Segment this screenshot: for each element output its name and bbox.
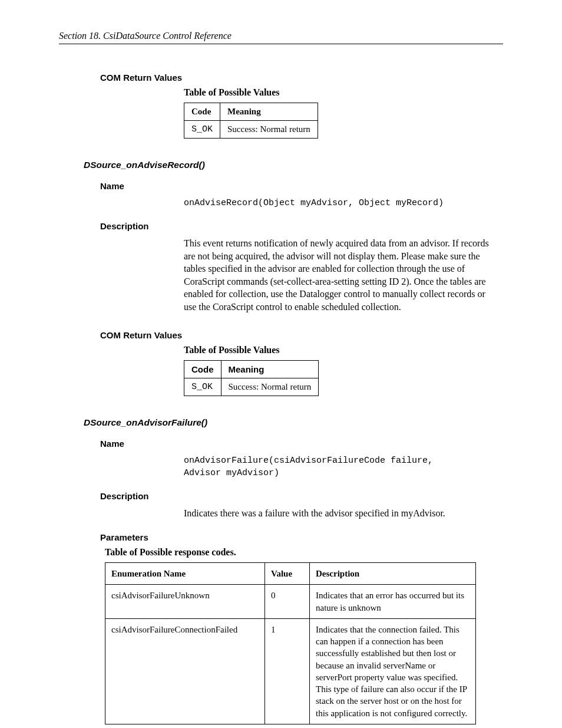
- table-row: csiAdvisorFailureUnknown 0 Indicates tha…: [105, 585, 476, 619]
- signature-onadviserecord: onAdviseRecord(Object myAdvisor, Object …: [184, 197, 503, 209]
- cell-meaning: Success: Normal return: [221, 378, 319, 396]
- cell-code: S_OK: [184, 378, 222, 396]
- heading-event-onadvisorfailure: DSource_onAdvisorFailure(): [84, 417, 503, 428]
- th-meaning: Meaning: [220, 103, 318, 121]
- table-response-codes: Enumeration Name Value Description csiAd…: [105, 562, 476, 724]
- cell-meaning: Success: Normal return: [220, 121, 318, 139]
- cell-value: 0: [265, 585, 310, 619]
- heading-description: Description: [100, 491, 503, 501]
- th-meaning: Meaning: [221, 360, 319, 378]
- th-code: Code: [184, 360, 222, 378]
- table-row: S_OK Success: Normal return: [184, 121, 318, 139]
- table-possible-values-2: Code Meaning S_OK Success: Normal return: [184, 360, 319, 396]
- table-row: S_OK Success: Normal return: [184, 378, 319, 396]
- description-text-onadvisorfailure: Indicates there was a failure with the a…: [184, 507, 497, 520]
- heading-event-onadviserecord: DSource_onAdviseRecord(): [84, 160, 503, 170]
- th-enum-name: Enumeration Name: [105, 563, 265, 585]
- th-description: Description: [310, 563, 476, 585]
- heading-parameters: Parameters: [100, 532, 503, 542]
- th-code: Code: [184, 103, 220, 121]
- running-head: Section 18. CsiDataSource Control Refere…: [59, 31, 503, 44]
- signature-onadvisorfailure: onAdvisorFailure(csiAdvisorFailureCode f…: [184, 454, 503, 479]
- heading-com-return-values: COM Return Values: [100, 330, 503, 340]
- cell-code: S_OK: [184, 121, 220, 139]
- cell-description: Indicates that the connection failed. Th…: [310, 618, 476, 724]
- heading-description: Description: [100, 221, 503, 231]
- cell-value: 1: [265, 618, 310, 724]
- cell-description: Indicates that an error has occurred but…: [310, 585, 476, 619]
- heading-name: Name: [100, 181, 503, 191]
- page: Section 18. CsiDataSource Control Refere…: [0, 0, 562, 728]
- table-caption-possible-values-2: Table of Possible Values: [184, 345, 503, 355]
- heading-name: Name: [100, 439, 503, 449]
- cell-enum-name: csiAdvisorFailureConnectionFailed: [105, 618, 265, 724]
- table-possible-values-1: Code Meaning S_OK Success: Normal return: [184, 103, 318, 139]
- th-value: Value: [265, 563, 310, 585]
- description-text-onadviserecord: This event returns notification of newly…: [184, 237, 497, 314]
- table-caption-possible-values-1: Table of Possible Values: [184, 87, 503, 98]
- table-caption-response-codes: Table of Possible response codes.: [105, 547, 503, 558]
- table-row: csiAdvisorFailureConnectionFailed 1 Indi…: [105, 618, 476, 724]
- heading-com-return-values: COM Return Values: [100, 73, 503, 83]
- cell-enum-name: csiAdvisorFailureUnknown: [105, 585, 265, 619]
